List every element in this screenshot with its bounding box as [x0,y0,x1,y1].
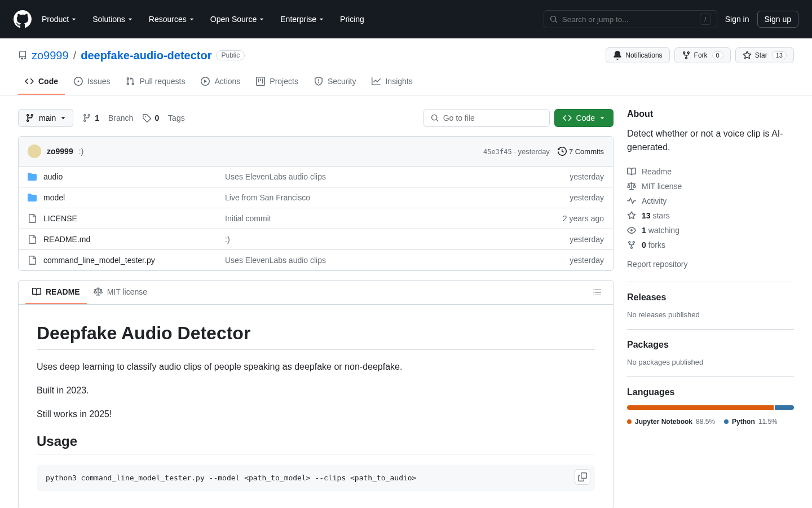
signup-button[interactable]: Sign up [757,11,798,28]
tab-code[interactable]: Code [18,72,65,95]
nav-resources[interactable]: Resources [143,10,200,28]
code-icon [563,113,572,122]
packages-note: No packages published [627,358,794,366]
outline-button[interactable] [588,283,606,301]
file-time: yesterday [570,193,604,202]
nav-opensource[interactable]: Open Source [205,10,271,28]
repo-icon [18,51,27,60]
readme-link[interactable]: Readme [627,164,794,179]
file-time: 2 years ago [563,214,604,223]
code-button[interactable]: Code [554,109,614,127]
global-header: Product Solutions Resources Open Source … [0,0,812,38]
tab-insights[interactable]: Insights [365,72,419,95]
readme-p1: Uses deep learning to classify audio cli… [37,360,595,374]
tab-issues[interactable]: Issues [67,72,117,95]
fork-icon [627,240,636,249]
commit-author[interactable]: zo9999 [47,147,73,156]
search-icon [550,15,558,23]
notifications-button[interactable]: Notifications [606,47,669,63]
lang-segment[interactable] [627,405,774,410]
nav-solutions[interactable]: Solutions [87,10,139,28]
readme-p2: Built in 2023. [37,384,595,397]
list-icon [593,288,602,297]
nav-pricing[interactable]: Pricing [334,10,370,28]
file-commit-msg[interactable]: Live from San Francisco [225,193,310,202]
repo-name-link[interactable]: deepfake-audio-detector [81,49,211,62]
license-tab[interactable]: MIT license [87,281,154,304]
star-button[interactable]: Star13 [735,47,794,63]
tags-link[interactable]: 0 Tags [142,113,184,122]
tab-pull-requests[interactable]: Pull requests [119,72,192,95]
code-block: python3 command_line_model_tester.py --m… [37,465,595,491]
branch-select[interactable]: main [18,109,73,127]
signin-link[interactable]: Sign in [725,15,749,24]
packages-heading[interactable]: Packages [627,340,794,350]
search-icon [431,113,439,122]
stars-link[interactable]: 13 stars [627,208,794,223]
lang-item[interactable]: Jupyter Notebook 88.5% [627,418,715,426]
lang-segment[interactable] [775,405,794,410]
forks-link[interactable]: 0 forks [627,238,794,252]
commit-time: yesterday [518,147,550,156]
file-name-link[interactable]: LICENSE [43,214,77,223]
tab-actions[interactable]: Actions [194,72,247,95]
book-icon [627,167,636,176]
copy-button[interactable] [575,469,590,485]
file-commit-msg[interactable]: :) [225,235,230,244]
readme-h2-usage: Usage [37,433,595,454]
repo-tabs: Code Issues Pull requests Actions Projec… [18,72,794,95]
folder-icon [28,172,37,181]
file-row: audioUses ElevenLabs audio clipsyesterda… [19,167,613,187]
file-name-link[interactable]: audio [43,172,63,181]
repo-description: Detect whether or not a voice clip is AI… [627,127,794,154]
nav-enterprise[interactable]: Enterprise [275,10,330,28]
commit-message[interactable]: :) [79,147,84,156]
latest-commit-row[interactable]: zo9999 :) 45e3f45 · yesterday 7 Commits [19,137,613,167]
search-input[interactable]: / [544,10,717,28]
copy-icon [578,472,587,481]
file-name-link[interactable]: README.md [43,235,90,244]
book-icon [32,287,41,296]
repo-owner-link[interactable]: zo9999 [32,49,69,62]
nav-product[interactable]: Product [36,10,82,28]
law-icon [94,287,103,296]
bell-icon [613,51,622,60]
star-icon [743,51,752,60]
about-heading: About [627,109,794,119]
goto-file-input[interactable] [423,109,550,127]
releases-heading[interactable]: Releases [627,292,794,303]
watching-link[interactable]: 1 watching [627,223,794,238]
lang-item[interactable]: Python 11.5% [724,418,778,426]
chevron-down-icon [599,115,605,121]
activity-link[interactable]: Activity [627,194,794,208]
readme-title: Deepfake Audio Detector [37,323,595,350]
report-link[interactable]: Report repository [627,257,794,271]
tab-security[interactable]: Security [307,72,363,95]
license-link[interactable]: MIT license [627,179,794,194]
readme-p3: Still works in 2025! [37,408,595,421]
branches-link[interactable]: 1 Branch [82,113,133,122]
law-icon [627,182,636,191]
releases-note: No releases published [627,310,794,319]
file-commit-msg[interactable]: Uses ElevenLabs audio clips [225,172,326,181]
readme-tab[interactable]: README [25,281,87,304]
visibility-badge: Public [216,50,245,60]
tab-projects[interactable]: Projects [249,72,305,95]
file-icon [28,214,37,223]
file-commit-msg[interactable]: Initial commit [225,214,271,223]
star-icon [627,211,636,220]
file-time: yesterday [570,235,604,244]
commit-sha[interactable]: 45e3f45 [483,148,512,156]
file-name-link[interactable]: model [43,193,65,202]
commits-link[interactable]: 7 Commits [558,147,604,156]
logo[interactable] [14,10,32,28]
folder-icon [28,193,37,202]
language-bar [627,405,794,410]
search-kbd: / [700,14,711,25]
file-commit-msg[interactable]: Uses ElevenLabs audio clips [225,256,326,265]
file-row: modelLive from San Franciscoyesterday [19,187,613,208]
file-name-link[interactable]: command_line_model_tester.py [43,256,155,265]
chevron-down-icon [60,115,66,121]
file-icon [28,256,37,265]
fork-button[interactable]: Fork0 [674,47,731,63]
